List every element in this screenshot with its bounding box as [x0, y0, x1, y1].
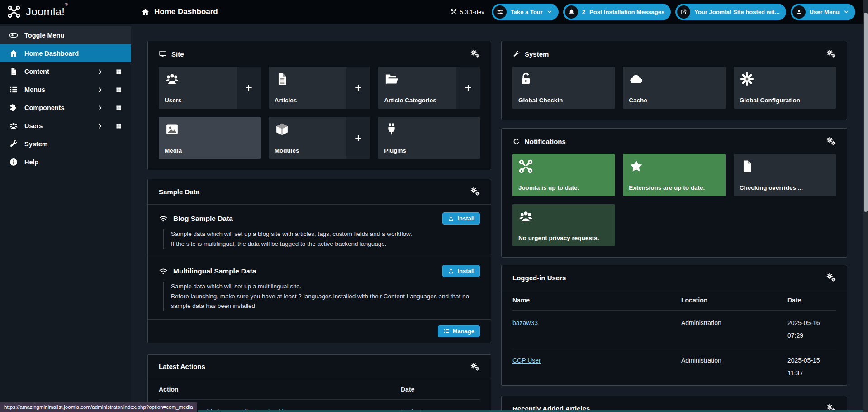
topbar-button-take-a-tour[interactable]: Take a Tour [492, 4, 559, 20]
manage-button[interactable]: Manage [438, 325, 480, 337]
unlock-icon [518, 72, 533, 86]
sample-item-head: Multilingual Sample DataInstall [159, 265, 480, 277]
grid-icon[interactable] [115, 105, 122, 111]
sidebar-item-label: Components [24, 104, 65, 111]
button-label: Install [457, 268, 474, 274]
sidebar-item-home-dashboard[interactable]: Home Dashboard [0, 44, 131, 62]
image-icon [165, 122, 180, 137]
chevron-down-icon [844, 9, 849, 14]
table-header-row: Action Date [159, 379, 480, 399]
main-content: Site UsersArticlesArticle CategoriesMedi… [131, 24, 863, 412]
tile-no-urgent-privacy-requests[interactable]: No urgent privacy requests. [512, 204, 615, 246]
table-row: bazaw33Administration2025-05-1607:29 [512, 310, 836, 348]
tile-button[interactable]: Articles [269, 67, 345, 109]
logged-in-users-panel: Logged-in Users NameLocationDatebazaw33A… [501, 265, 847, 386]
grid-icon[interactable] [115, 123, 122, 129]
install-button[interactable]: Install [442, 265, 480, 277]
add-button[interactable] [237, 67, 261, 109]
wifi-icon [159, 214, 168, 223]
user-link[interactable]: bazaw33 [512, 319, 538, 326]
tile-joomla-is-up-to-date[interactable]: Joomla is up to date. [512, 154, 615, 196]
tile-plugins[interactable]: Plugins [378, 117, 480, 159]
add-button[interactable] [456, 67, 480, 109]
tile-button[interactable]: Article Categories [378, 67, 454, 109]
tile-button[interactable]: Cache [623, 67, 725, 109]
tile-button[interactable]: Plugins [378, 117, 480, 159]
bell-icon [568, 9, 575, 15]
gears-icon[interactable] [826, 49, 836, 58]
sample-item-head: Blog Sample DataInstall [159, 212, 480, 225]
topbar-button-user-menu[interactable]: User Menu [791, 4, 855, 20]
tile-global-configuration[interactable]: Global Configuration [734, 67, 836, 109]
tile-checking-overrides[interactable]: Checking overrides ... [734, 154, 836, 196]
gears-icon[interactable] [826, 137, 836, 146]
grid-icon[interactable] [115, 86, 122, 93]
external-link-icon [680, 9, 687, 15]
sidebar-item-components[interactable]: Components [0, 99, 131, 117]
tile-users[interactable]: Users [159, 67, 261, 109]
tile-button[interactable]: Media [159, 117, 261, 159]
add-button[interactable] [346, 117, 370, 159]
add-button[interactable] [346, 67, 370, 109]
sample-data-panel: Sample Data Blog Sample DataInstallSampl… [147, 179, 491, 343]
gear-icon [740, 72, 754, 86]
sidebar-item-toggle-menu[interactable]: Toggle Menu [0, 26, 131, 44]
tile-extensions-are-up-to-date[interactable]: Extensions are up to date. [623, 154, 725, 196]
gears-icon[interactable] [470, 362, 480, 371]
gears-icon[interactable] [826, 273, 836, 282]
column-header-name: Name [512, 290, 681, 310]
sidebar-item-help[interactable]: Help [0, 153, 131, 171]
time-line: 07:29 [787, 329, 836, 342]
plus-icon [354, 134, 363, 143]
tile-button[interactable]: Joomla is up to date. [512, 154, 615, 196]
tile-button[interactable]: Global Checkin [512, 67, 615, 109]
name-cell: CCP User [512, 348, 681, 373]
tile-cache[interactable]: Cache [623, 67, 725, 109]
document-icon [9, 67, 18, 76]
user-icon [792, 5, 806, 19]
gears-icon[interactable] [470, 187, 480, 196]
column-header-date: Date [401, 379, 480, 399]
tile-button[interactable]: Extensions are up to date. [623, 154, 725, 196]
location-cell: Administration [681, 311, 787, 335]
table-header-row: NameLocationDate [512, 290, 836, 310]
sidebar-item-system[interactable]: System [0, 135, 131, 153]
grid-icon[interactable] [115, 68, 122, 75]
button-label: Post Installation Messages [589, 9, 664, 15]
sidebar-item-label: Help [24, 158, 38, 166]
gears-icon[interactable] [470, 49, 480, 58]
topbar-button-post-installation-messages[interactable]: 2Post Installation Messages [563, 4, 671, 20]
install-button[interactable]: Install [442, 212, 480, 225]
tile-label: Checking overrides ... [740, 184, 830, 191]
tile-button[interactable]: Checking overrides ... [734, 154, 836, 196]
article-icon [275, 72, 289, 86]
panel-title: Latest Actions [159, 363, 465, 370]
scrollbar-thumb[interactable] [864, 13, 868, 212]
column-header-location: Location [681, 290, 787, 310]
upload-icon [448, 268, 454, 274]
tile-label: Cache [629, 97, 719, 104]
sidebar-item-content[interactable]: Content [0, 62, 131, 81]
tile-button[interactable]: Modules [269, 117, 345, 159]
user-link[interactable]: CCP User [512, 357, 541, 364]
joomla-version: 5.3.1-dev [451, 9, 484, 15]
right-column: System Global CheckinCacheGlobal Configu… [501, 41, 847, 412]
scrollbar-track[interactable] [863, 0, 868, 412]
tile-button[interactable]: Users [159, 67, 235, 109]
button-label: Install [457, 215, 474, 222]
sidebar-item-menus[interactable]: Menus [0, 81, 131, 99]
sidebar-item-users[interactable]: Users [0, 117, 131, 135]
tile-modules[interactable]: Modules [269, 117, 370, 159]
topbar-button-your-joomla-site-hosted-wit[interactable]: Your Joomla! Site hosted wit... [675, 4, 786, 20]
plus-icon [354, 83, 363, 92]
tile-articles[interactable]: Articles [269, 67, 370, 109]
site-tile-grid: UsersArticlesArticle CategoriesMediaModu… [148, 67, 491, 170]
tile-button[interactable]: Global Configuration [734, 67, 836, 109]
tile-media[interactable]: Media [159, 117, 261, 159]
tile-label: Modules [275, 147, 339, 154]
tile-article-categories[interactable]: Article Categories [378, 67, 480, 109]
tile-global-checkin[interactable]: Global Checkin [512, 67, 615, 109]
sample-item-blog-sample-data: Blog Sample DataInstallSample data which… [148, 204, 491, 257]
tile-label: Extensions are up to date. [629, 184, 719, 191]
tile-button[interactable]: No urgent privacy requests. [512, 204, 615, 246]
